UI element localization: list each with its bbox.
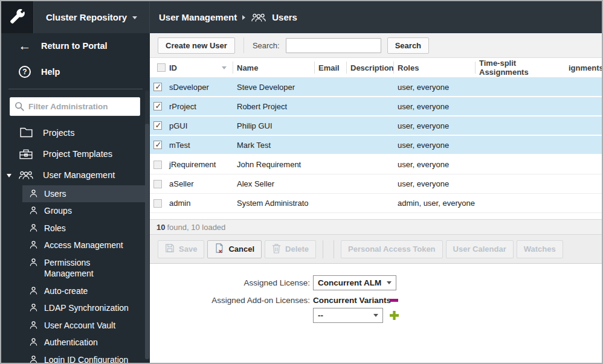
table-row[interactable]: rProject Robert Project user, everyone: [150, 97, 602, 117]
sidebar-item-user-management[interactable]: User Management: [1, 165, 150, 185]
row-checkbox[interactable]: [153, 83, 162, 91]
row-checkbox[interactable]: [153, 141, 162, 149]
action-separator: [334, 240, 334, 258]
addon-license-add-row: --: [150, 308, 602, 323]
sidebar-item-project-templates[interactable]: Project Templates: [1, 143, 150, 165]
watches-button[interactable]: Watches: [517, 240, 563, 258]
add-addon-icon[interactable]: [390, 311, 399, 320]
sidebar-subitem-label: LDAP Synchronization: [44, 302, 129, 313]
help-label: Help: [41, 67, 60, 77]
table-row[interactable]: admin System Administrato admin, user, e…: [150, 194, 602, 213]
row-checkbox[interactable]: [153, 102, 162, 110]
table-row[interactable]: jRequirement John Requirement user, ever…: [150, 155, 602, 174]
user-icon: [28, 321, 39, 330]
sidebar-subitem[interactable]: User Account Vault: [22, 317, 145, 334]
column-header-assignments-clipped[interactable]: ignments: [565, 62, 603, 74]
select-all-checkbox[interactable]: [157, 63, 166, 72]
return-to-portal-link[interactable]: ← Return to Portal: [1, 33, 150, 59]
arrow-left-icon: ←: [18, 40, 31, 51]
cell-name: Mark Test: [233, 141, 315, 150]
table-row[interactable]: mTest Mark Test user, everyone: [150, 136, 602, 155]
table-row[interactable]: sDeveloper Steve Developer user, everyon…: [150, 78, 602, 97]
user-calendar-button[interactable]: User Calendar: [446, 240, 514, 258]
column-header-name[interactable]: Name: [233, 62, 315, 74]
column-header-id[interactable]: ID: [166, 62, 233, 74]
personal-access-token-button[interactable]: Personal Access Token: [341, 240, 443, 258]
filter-administration: [10, 97, 140, 116]
cell-id: jRequirement: [166, 160, 233, 169]
cell-name: John Requirement: [233, 160, 315, 169]
row-checkbox[interactable]: [153, 161, 162, 169]
addon-license-select[interactable]: --: [313, 308, 383, 323]
breadcrumb-section[interactable]: User Management: [159, 12, 237, 22]
sidebar-subitem-label: Login ID Configuration: [44, 354, 128, 363]
create-new-user-button[interactable]: Create new User: [158, 37, 235, 54]
sidebar-scrollbar-thumb[interactable]: [145, 124, 149, 359]
search-icon: [15, 101, 25, 113]
cell-name: Robert Project: [233, 102, 315, 111]
cell-name: Philip GUI: [233, 121, 315, 130]
row-checkbox[interactable]: [153, 199, 162, 208]
help-link[interactable]: ? Help: [1, 59, 150, 85]
assigned-license-select[interactable]: Concurrent ALM: [313, 275, 396, 290]
cell-id: aSeller: [166, 179, 233, 188]
addon-license-row: Assigned Add-on Licenses: Concurrent Var…: [150, 294, 602, 306]
sidebar-item-label: Projects: [43, 128, 74, 138]
user-icon: [28, 303, 39, 312]
sidebar-subitem-label: Permissions Management: [44, 257, 135, 279]
sidebar-subitem[interactable]: Permissions Management: [22, 254, 145, 283]
sidebar-subitem-label: Auto-create: [44, 286, 88, 296]
expand-caret-icon[interactable]: [7, 174, 11, 177]
search-input[interactable]: [286, 38, 381, 53]
repository-menu[interactable]: Cluster Repository: [34, 1, 150, 33]
cell-name: Steve Developer: [233, 83, 315, 92]
sidebar-subitem-label: Groups: [44, 205, 72, 216]
filter-administration-input[interactable]: [10, 97, 140, 116]
search-button[interactable]: Search: [387, 37, 429, 54]
delete-button[interactable]: Delete: [265, 240, 316, 258]
sidebar-subitem[interactable]: Authentication: [22, 334, 145, 351]
sort-desc-icon[interactable]: [222, 66, 227, 69]
sidebar-subitem[interactable]: Users: [22, 185, 145, 202]
sidebar-item-projects[interactable]: Projects: [1, 122, 150, 143]
column-header-time-split-assignments[interactable]: Time-split Assignments: [476, 62, 565, 74]
table-row[interactable]: pGUI Philip GUI user, everyone: [150, 117, 602, 136]
sidebar-subitem[interactable]: Groups: [22, 202, 145, 219]
row-checkbox[interactable]: [153, 180, 162, 188]
sidebar-subitem-label: Access Management: [44, 240, 123, 251]
cell-roles: user, everyone: [394, 160, 476, 169]
users-toolbar: Create new User Search: Search: [150, 33, 602, 57]
column-header-description[interactable]: Description: [347, 62, 394, 74]
action-bar: Save Cancel Delete Personal Access Toke: [150, 235, 602, 264]
sidebar-subitem[interactable]: Roles: [22, 220, 145, 237]
license-form: Assigned License: Concurrent ALM Assigne…: [150, 264, 602, 363]
sidebar-subitem[interactable]: LDAP Synchronization: [22, 299, 145, 316]
addon-license-value: Concurrent Variants: [313, 296, 391, 305]
remove-addon-icon[interactable]: [390, 299, 398, 302]
sidebar-subitem[interactable]: Login ID Configuration: [22, 351, 145, 363]
cell-id: sDeveloper: [166, 83, 233, 92]
top-bar: Cluster Repository User Management Users: [1, 1, 602, 33]
column-header-email[interactable]: Email: [315, 62, 347, 74]
column-header-roles[interactable]: Roles: [394, 62, 476, 74]
sidebar-item-label: User Management: [43, 170, 115, 180]
sidebar-subitem[interactable]: Access Management: [22, 237, 145, 254]
breadcrumb-page: Users: [272, 12, 297, 22]
cell-roles: user, everyone: [394, 83, 476, 92]
row-checkbox[interactable]: [153, 121, 162, 130]
addon-licenses-label: Assigned Add-on Licenses:: [150, 296, 313, 305]
sidebar-scrollbar[interactable]: [145, 91, 149, 358]
cancel-button[interactable]: Cancel: [207, 240, 262, 258]
search-label: Search:: [253, 41, 280, 50]
users-group-icon: [251, 13, 266, 22]
cell-name: Alex Seller: [233, 179, 315, 188]
sidebar-subitem-label: User Account Vault: [44, 320, 115, 331]
table-row[interactable]: aSeller Alex Seller user, everyone: [150, 174, 602, 194]
folder-icon: [18, 127, 34, 138]
trash-icon: [272, 243, 281, 255]
app-logo[interactable]: [1, 1, 34, 33]
user-icon: [28, 258, 39, 267]
sidebar-subitem[interactable]: Auto-create: [22, 283, 145, 299]
save-button[interactable]: Save: [158, 240, 204, 258]
cell-id: rProject: [166, 102, 233, 111]
